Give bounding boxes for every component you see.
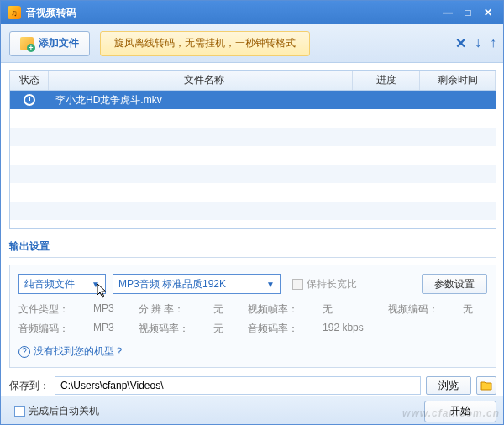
table-row[interactable] xyxy=(10,202,496,220)
help-icon: ? xyxy=(18,346,30,358)
table-body: 李小龙HD龙争虎斗.mkv xyxy=(10,91,496,228)
table-row[interactable] xyxy=(10,146,496,165)
acodec-label: 音频编码： xyxy=(18,322,83,336)
remove-icon[interactable]: ✕ xyxy=(455,35,466,51)
move-down-icon[interactable]: ↓ xyxy=(475,35,481,51)
row-status xyxy=(10,94,49,106)
header-time: 剩余时间 xyxy=(420,71,496,90)
start-button[interactable]: 开始 xyxy=(424,401,496,422)
table-row[interactable] xyxy=(10,128,496,146)
param-settings-button[interactable]: 参数设置 xyxy=(422,274,487,294)
shutdown-label: 完成后自动关机 xyxy=(29,404,99,418)
promo-banner[interactable]: 旋风离线转码，无需挂机，一秒钟转格式 xyxy=(100,31,310,56)
row-filename: 李小龙HD龙争虎斗.mkv xyxy=(49,93,353,108)
open-folder-button[interactable] xyxy=(476,376,496,395)
chevron-down-icon: ▼ xyxy=(266,280,275,289)
filetype-value: MP3 xyxy=(93,302,129,317)
shutdown-checkbox[interactable]: 完成后自动关机 xyxy=(14,404,99,418)
chevron-down-icon: ▼ xyxy=(92,280,100,289)
save-path-input[interactable] xyxy=(55,376,421,395)
output-settings-panel: 纯音频文件 ▼ MP3音频 标准品质192K ▼ 保持长宽比 参数设置 文件类型… xyxy=(9,265,496,368)
acodec-value: MP3 xyxy=(93,322,129,336)
checkbox-box-icon xyxy=(292,279,303,290)
vcodec-label: 视频编码： xyxy=(388,302,453,317)
header-name: 文件名称 xyxy=(49,71,353,90)
minimize-button[interactable]: — xyxy=(438,4,458,21)
help-text: 没有找到您的机型？ xyxy=(34,344,124,359)
table-row[interactable] xyxy=(10,165,496,183)
footer: 完成后自动关机 开始 xyxy=(1,396,504,425)
output-info-grid: 文件类型： MP3 分 辨 率： 无 视频帧率： 无 视频编码： 无 音频编码：… xyxy=(18,302,487,336)
format-group-dropdown[interactable]: 纯音频文件 ▼ xyxy=(18,274,106,294)
save-label: 保存到： xyxy=(9,379,50,393)
window-title: 音视频转码 xyxy=(26,6,438,20)
vbitrate-value: 无 xyxy=(213,322,238,336)
divider xyxy=(9,257,496,258)
table-row[interactable]: 李小龙HD龙争虎斗.mkv xyxy=(10,91,496,109)
file-table: 状态 文件名称 进度 剩余时间 李小龙HD龙争虎斗.mkv xyxy=(9,70,496,229)
filetype-label: 文件类型： xyxy=(18,302,83,317)
vfps-label: 视频帧率： xyxy=(248,302,312,317)
settings-row: 纯音频文件 ▼ MP3音频 标准品质192K ▼ 保持长宽比 参数设置 xyxy=(18,274,487,294)
resolution-value: 无 xyxy=(213,302,238,317)
toolbar: 添加文件 旋风离线转码，无需挂机，一秒钟转格式 ✕ ↓ ↑ xyxy=(1,24,504,63)
list-action-icons: ✕ ↓ ↑ xyxy=(455,35,496,51)
move-up-icon[interactable]: ↑ xyxy=(490,35,496,51)
header-status: 状态 xyxy=(10,71,49,90)
abitrate-value: 192 kbps xyxy=(323,322,378,336)
abitrate-label: 音频码率： xyxy=(248,322,312,336)
add-file-button[interactable]: 添加文件 xyxy=(9,31,90,56)
format-group-value: 纯音频文件 xyxy=(24,277,87,291)
table-row[interactable] xyxy=(10,183,496,202)
folder-icon xyxy=(480,380,492,391)
vcodec-value: 无 xyxy=(463,302,487,317)
output-section-label: 输出设置 xyxy=(9,239,496,254)
format-preset-dropdown[interactable]: MP3音频 标准品质192K ▼ xyxy=(113,274,281,294)
add-file-icon xyxy=(20,37,34,50)
vbitrate-label: 视频码率： xyxy=(139,322,203,336)
add-file-label: 添加文件 xyxy=(39,36,79,50)
format-preset-value: MP3音频 标准品质192K xyxy=(118,277,261,291)
vfps-value: 无 xyxy=(323,302,378,317)
titlebar: ♫ 音视频转码 — □ ✕ xyxy=(1,1,504,24)
save-path-row: 保存到： 浏览 xyxy=(9,376,496,395)
close-button[interactable]: ✕ xyxy=(478,4,498,21)
resolution-label: 分 辨 率： xyxy=(139,302,203,317)
promo-text: 旋风离线转码，无需挂机，一秒钟转格式 xyxy=(114,36,296,50)
table-row[interactable] xyxy=(10,109,496,128)
header-progress: 进度 xyxy=(353,71,420,90)
pending-icon xyxy=(24,94,35,106)
maximize-button[interactable]: □ xyxy=(458,4,478,21)
keep-ratio-label: 保持长宽比 xyxy=(307,277,357,291)
app-logo-icon: ♫ xyxy=(8,6,21,19)
table-header: 状态 文件名称 进度 剩余时间 xyxy=(10,71,496,91)
keep-ratio-checkbox[interactable]: 保持长宽比 xyxy=(292,277,357,291)
help-link[interactable]: ? 没有找到您的机型？ xyxy=(18,344,487,359)
browse-button[interactable]: 浏览 xyxy=(426,376,471,395)
checkbox-box-icon xyxy=(14,406,25,417)
